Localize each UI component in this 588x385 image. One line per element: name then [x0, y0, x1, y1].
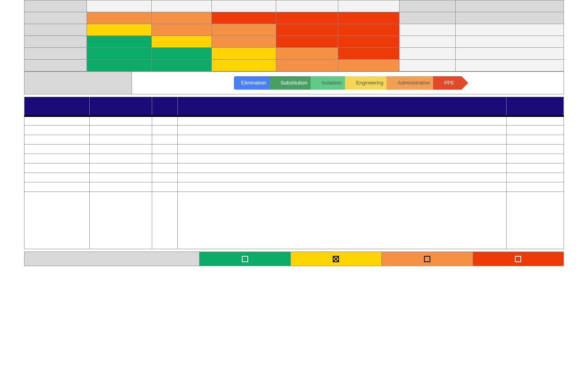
table-cell[interactable]	[152, 192, 178, 249]
residual-label	[24, 252, 200, 266]
table-cell[interactable]	[152, 145, 178, 154]
residual-risk-bar	[24, 252, 564, 266]
matrix-cell	[456, 36, 564, 48]
table-cell[interactable]	[90, 145, 152, 154]
table-cell[interactable]	[152, 116, 178, 126]
table-cell[interactable]	[507, 135, 564, 145]
risk-matrix-table	[24, 0, 564, 71]
table-cell[interactable]	[507, 145, 564, 154]
table-cell[interactable]	[90, 154, 152, 163]
residual-option-orange[interactable]	[382, 252, 473, 266]
matrix-cell	[400, 48, 456, 60]
table-cell[interactable]	[24, 173, 90, 182]
assessment-header-row	[24, 97, 564, 116]
table-row	[24, 116, 564, 126]
table-cell[interactable]	[152, 154, 178, 163]
matrix-cell	[276, 60, 338, 71]
table-cell[interactable]	[178, 116, 507, 126]
matrix-cell	[212, 60, 276, 71]
table-cell[interactable]	[24, 154, 90, 163]
assessment-header-5	[507, 97, 564, 116]
matrix-cell	[212, 48, 276, 60]
matrix-row-label	[24, 60, 87, 71]
table-cell[interactable]	[152, 163, 178, 173]
matrix-cell	[400, 36, 456, 48]
matrix-cell	[456, 12, 564, 24]
table-cell[interactable]	[24, 182, 90, 192]
table-cell[interactable]	[178, 163, 507, 173]
matrix-cell	[212, 12, 276, 24]
matrix-cell	[212, 0, 276, 12]
table-cell[interactable]	[90, 182, 152, 192]
table-row	[24, 182, 564, 192]
matrix-cell	[456, 0, 564, 12]
matrix-cell	[276, 12, 338, 24]
matrix-row	[24, 12, 564, 24]
table-cell[interactable]	[152, 135, 178, 145]
matrix-cell	[87, 36, 152, 48]
hierarchy-label	[24, 72, 132, 94]
matrix-row-label	[24, 48, 87, 60]
table-cell[interactable]	[178, 126, 507, 135]
table-cell[interactable]	[507, 163, 564, 173]
hierarchy-row-table: Elimination Substitution Isolatiion Engi…	[24, 71, 564, 94]
matrix-row-label	[24, 24, 87, 36]
table-cell[interactable]	[178, 182, 507, 192]
table-cell[interactable]	[90, 135, 152, 145]
table-cell[interactable]	[152, 173, 178, 182]
chevron-isolation: Isolatiion	[311, 76, 349, 90]
table-cell[interactable]	[178, 135, 507, 145]
table-row	[24, 135, 564, 145]
matrix-cell	[276, 24, 338, 36]
matrix-cell	[87, 24, 152, 36]
assessment-header-2	[90, 97, 152, 116]
table-cell[interactable]	[152, 182, 178, 192]
table-cell[interactable]	[90, 163, 152, 173]
table-cell[interactable]	[178, 192, 507, 249]
matrix-cell	[87, 60, 152, 71]
matrix-cell	[338, 60, 400, 71]
table-cell[interactable]	[507, 116, 564, 126]
table-cell[interactable]	[90, 173, 152, 182]
table-cell[interactable]	[178, 145, 507, 154]
table-cell[interactable]	[507, 173, 564, 182]
residual-option-green[interactable]	[200, 252, 291, 266]
matrix-cell	[338, 36, 400, 48]
chevron-engineering: Engineering	[345, 76, 390, 90]
matrix-cell	[400, 60, 456, 71]
matrix-cell	[152, 60, 212, 71]
hierarchy-chevrons-cell: Elimination Substitution Isolatiion Engi…	[132, 72, 564, 94]
matrix-cell	[400, 0, 456, 12]
table-cell[interactable]	[24, 145, 90, 154]
matrix-cell	[276, 0, 338, 12]
matrix-cell	[152, 12, 212, 24]
matrix-row	[24, 0, 564, 12]
checkbox-icon	[424, 256, 430, 262]
table-cell[interactable]	[24, 135, 90, 145]
table-cell[interactable]	[24, 116, 90, 126]
table-cell[interactable]	[90, 192, 152, 249]
table-cell[interactable]	[507, 154, 564, 163]
residual-option-yellow[interactable]	[290, 252, 382, 266]
chevron-administrative: Administrative	[386, 76, 437, 90]
table-cell[interactable]	[507, 192, 564, 249]
table-cell[interactable]	[507, 182, 564, 192]
matrix-row	[24, 48, 564, 60]
table-cell[interactable]	[90, 116, 152, 126]
matrix-cell	[152, 0, 212, 12]
matrix-cell	[276, 36, 338, 48]
matrix-cell	[400, 12, 456, 24]
table-cell[interactable]	[24, 126, 90, 135]
table-cell[interactable]	[178, 154, 507, 163]
matrix-row	[24, 60, 564, 71]
table-cell[interactable]	[24, 192, 90, 249]
table-cell[interactable]	[24, 163, 90, 173]
table-cell[interactable]	[507, 126, 564, 135]
table-cell[interactable]	[152, 126, 178, 135]
residual-option-red[interactable]	[473, 252, 564, 266]
matrix-row	[24, 36, 564, 48]
matrix-cell	[276, 48, 338, 60]
table-cell[interactable]	[178, 173, 507, 182]
table-cell[interactable]	[90, 126, 152, 135]
assessment-table	[24, 97, 564, 249]
